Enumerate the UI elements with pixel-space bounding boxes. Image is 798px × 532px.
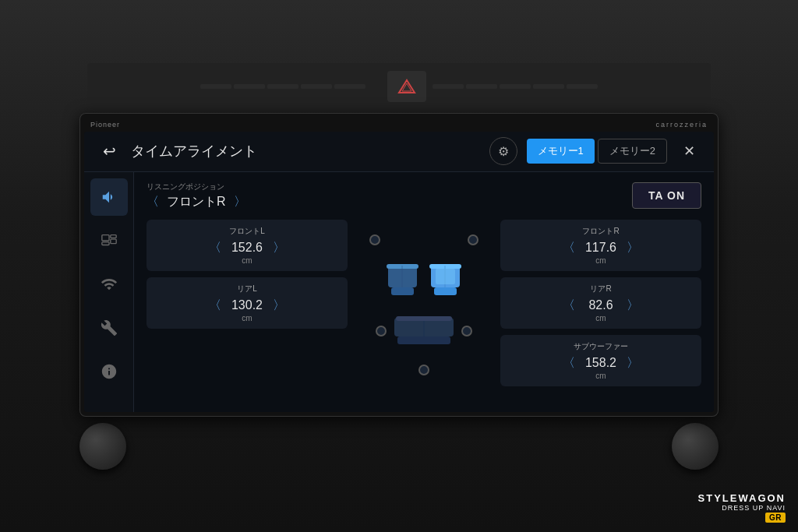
memory2-tab[interactable]: メモリー2 [598, 139, 667, 164]
front-right-value: 117.6 [581, 241, 620, 255]
speaker-subwoofer-name: サブウーファー [510, 341, 692, 352]
vent-grille-left [200, 84, 365, 89]
speaker-grid: フロントL 〈 152.6 〉 cm リアL [147, 220, 701, 391]
rear-left-value: 130.2 [228, 298, 267, 312]
speaker-rear-left-control: 〈 130.2 〉 [156, 298, 338, 314]
brand-carrozzeria: carrozzeria [655, 121, 708, 129]
speaker-front-left-control: 〈 152.6 〉 [156, 240, 338, 256]
speaker-rear-right-name: リアR [510, 284, 692, 294]
svg-rect-3 [110, 234, 115, 238]
speaker-front-left: フロントL 〈 152.6 〉 cm [147, 220, 348, 271]
front-right-dec-button[interactable]: 〈 [563, 240, 575, 256]
front-left-inc-button[interactable]: 〉 [273, 240, 285, 256]
sub-unit: cm [510, 372, 692, 380]
speaker-dot-sub [418, 365, 429, 375]
speakers-right: フロントR 〈 117.6 〉 cm リアR [494, 220, 701, 391]
ta-on-button[interactable]: TA ON [632, 182, 701, 209]
svg-rect-4 [110, 239, 115, 244]
content-area: リスニングポジション 〈 フロントR 〉 TA ON [134, 172, 714, 412]
speaker-dot-rear-right [461, 326, 472, 336]
sidebar-icon-info[interactable] [90, 353, 128, 390]
listening-position-label: リスニングポジション [147, 181, 246, 192]
listening-position-group: リスニングポジション 〈 フロントR 〉 [147, 181, 246, 210]
vent-grille-right [433, 84, 598, 89]
speaker-dot-front-right [468, 234, 478, 245]
left-knob[interactable] [79, 423, 126, 470]
svg-rect-5 [101, 241, 108, 245]
rear-right-value: 82.6 [581, 298, 620, 312]
listening-next-arrow[interactable]: 〉 [234, 194, 246, 210]
svg-rect-16 [397, 336, 450, 344]
speaker-front-right-name: フロントR [510, 226, 692, 237]
listening-position-selector: 〈 フロントR 〉 [147, 194, 246, 210]
sidebar-icon-wireless[interactable] [90, 266, 128, 303]
sub-value: 158.2 [581, 356, 620, 370]
unit-top-bar: Pioneer carrozzeria [84, 118, 714, 132]
rear-left-inc-button[interactable]: 〉 [273, 298, 285, 314]
knobs-area [79, 423, 719, 470]
rear-right-inc-button[interactable]: 〉 [627, 298, 639, 314]
watermark-subtitle: DRESS UP NAVI [722, 504, 786, 512]
memory1-tab[interactable]: メモリー1 [527, 139, 595, 164]
close-button[interactable]: ✕ [676, 139, 701, 164]
svg-rect-7 [391, 287, 414, 295]
hazard-button[interactable] [387, 71, 426, 102]
settings-icon: ⚙ [498, 144, 509, 159]
car-surround: Pioneer carrozzeria ↩ タイムアライメント ⚙ メモリー1 … [0, 0, 798, 532]
svg-rect-14 [436, 269, 455, 284]
sub-dec-button[interactable]: 〈 [563, 355, 575, 372]
front-left-unit: cm [156, 256, 338, 265]
right-knob[interactable] [672, 423, 719, 470]
sub-inc-button[interactable]: 〉 [627, 355, 639, 372]
sidebar-icon-display[interactable] [90, 222, 128, 259]
memory-tabs: メモリー1 メモリー2 [527, 139, 667, 164]
rear-left-unit: cm [156, 314, 338, 322]
rear-seat-svg [393, 315, 455, 347]
listening-position-value: フロントR [167, 194, 226, 210]
sidebar-icon-volume[interactable] [90, 178, 128, 216]
speakers-left: フロントL 〈 152.6 〉 cm リアL [147, 220, 354, 391]
rear-left-dec-button[interactable]: 〈 [209, 298, 221, 314]
speaker-rear-left: リアL 〈 130.2 〉 cm [147, 277, 348, 329]
watermark-brand: STYLEWAGON [698, 492, 786, 504]
front-left-value: 152.6 [228, 241, 267, 255]
speaker-rear-left-name: リアL [156, 284, 338, 294]
speaker-subwoofer: サブウーファー 〈 158.2 〉 cm [500, 335, 701, 386]
front-right-inc-button[interactable]: 〉 [627, 240, 639, 256]
sidebar [84, 172, 134, 412]
sidebar-icon-tools[interactable] [90, 309, 128, 347]
seat-front-right-svg [428, 259, 463, 300]
seat-front-left-svg [385, 259, 420, 300]
back-button[interactable]: ↩ [97, 139, 122, 164]
listening-position-row: リスニングポジション 〈 フロントR 〉 TA ON [147, 181, 701, 210]
brand-pioneer: Pioneer [90, 121, 120, 129]
speaker-subwoofer-control: 〈 158.2 〉 [510, 355, 692, 372]
screen: ↩ タイムアライメント ⚙ メモリー1 メモリー2 ✕ [84, 132, 714, 412]
svg-rect-2 [101, 234, 108, 240]
screen-title: タイムアライメント [131, 142, 480, 160]
speakers-center [354, 220, 494, 391]
svg-rect-11 [434, 287, 457, 295]
watermark-badge: GR [765, 513, 786, 523]
front-left-dec-button[interactable]: 〈 [209, 240, 221, 256]
rear-right-dec-button[interactable]: 〈 [563, 298, 575, 314]
screen-body: リスニングポジション 〈 フロントR 〉 TA ON [84, 172, 714, 412]
head-unit: Pioneer carrozzeria ↩ タイムアライメント ⚙ メモリー1 … [79, 113, 719, 417]
top-vent-area [87, 63, 711, 110]
speaker-dot-front-left [369, 234, 380, 245]
listening-prev-arrow[interactable]: 〈 [147, 194, 159, 210]
speaker-front-right-control: 〈 117.6 〉 [510, 240, 692, 256]
rear-right-unit: cm [510, 314, 692, 322]
svg-rect-18 [396, 316, 452, 321]
settings-button[interactable]: ⚙ [489, 137, 517, 165]
front-right-unit: cm [510, 256, 692, 265]
screen-header: ↩ タイムアライメント ⚙ メモリー1 メモリー2 ✕ [84, 132, 714, 172]
speaker-rear-right-control: 〈 82.6 〉 [510, 298, 692, 314]
speaker-rear-right: リアR 〈 82.6 〉 cm [500, 277, 701, 329]
watermark: STYLEWAGON DRESS UP NAVI GR [698, 492, 786, 523]
speaker-dot-rear-left [376, 326, 387, 336]
speaker-front-right: フロントR 〈 117.6 〉 cm [500, 220, 701, 271]
speaker-front-left-name: フロントL [156, 226, 338, 237]
back-arrow-icon: ↩ [103, 142, 116, 160]
